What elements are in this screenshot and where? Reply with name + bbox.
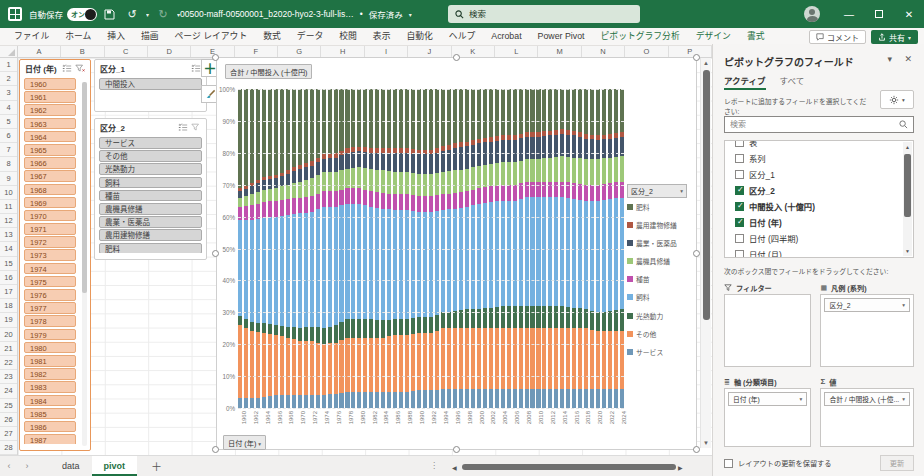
row-header[interactable]: 3 bbox=[0, 86, 17, 100]
slicer-item[interactable]: 飼料 bbox=[99, 177, 202, 189]
slicer-item-year[interactable]: 1960 bbox=[24, 78, 76, 90]
ribbon-contextual-tab[interactable]: ピボットグラフ分析 bbox=[593, 28, 688, 45]
slicer-item-year[interactable]: 1983 bbox=[24, 381, 76, 393]
scroll-up-icon[interactable]: ▲ bbox=[701, 58, 711, 68]
slicer-item-year[interactable]: 1962 bbox=[24, 104, 76, 116]
chart-axis-field-button[interactable]: 日付 (年) ▾ bbox=[223, 435, 266, 450]
column-header[interactable]: B bbox=[61, 46, 104, 57]
field-list-item[interactable]: 表 bbox=[735, 140, 909, 150]
scroll-right-icon[interactable]: ▶ bbox=[678, 464, 688, 471]
slicer-item-year[interactable]: 1972 bbox=[24, 236, 76, 248]
zone-field-chip[interactable]: 日付 (年)▾ bbox=[728, 392, 807, 406]
field-search-input[interactable] bbox=[730, 120, 899, 129]
tab-all[interactable]: すべて bbox=[780, 74, 805, 90]
slicer-item-year[interactable]: 1965 bbox=[24, 144, 76, 156]
row-header[interactable]: 4 bbox=[0, 101, 17, 115]
vertical-scroll-thumb[interactable] bbox=[703, 70, 710, 320]
ribbon-contextual-tab[interactable]: 書式 bbox=[739, 28, 773, 45]
field-checkbox[interactable] bbox=[735, 202, 744, 211]
field-checkbox[interactable] bbox=[735, 154, 744, 163]
sheet-horizontal-scrollbar[interactable]: ⋮ ◀ ▶ bbox=[452, 463, 702, 471]
scroll-up-icon[interactable]: ▲ bbox=[903, 142, 912, 152]
row-header[interactable]: 20 bbox=[0, 328, 17, 342]
field-list-item[interactable]: 日付 (月) bbox=[735, 246, 909, 258]
slicer-item-year[interactable]: 1974 bbox=[24, 263, 76, 275]
column-header[interactable]: O bbox=[625, 46, 668, 57]
slicer-item-year[interactable]: 1985 bbox=[24, 408, 76, 420]
field-checkbox[interactable] bbox=[735, 186, 744, 195]
field-checkbox[interactable] bbox=[735, 250, 744, 259]
ribbon-tab[interactable]: Acrobat bbox=[483, 28, 529, 45]
row-header[interactable]: 2 bbox=[0, 72, 17, 86]
row-header[interactable]: 18 bbox=[0, 299, 17, 313]
slicer-item-year[interactable]: 1976 bbox=[24, 289, 76, 301]
row-header[interactable]: 12 bbox=[0, 214, 17, 228]
update-button[interactable]: 更新 bbox=[880, 455, 914, 471]
slicer-item[interactable]: 農業・医薬品 bbox=[99, 216, 202, 228]
slicer-kubun1[interactable]: 区分_1 中間投入 bbox=[94, 59, 207, 112]
row-header[interactable]: 10 bbox=[0, 186, 17, 200]
row-header[interactable]: 16 bbox=[0, 271, 17, 285]
column-header[interactable]: D bbox=[148, 46, 191, 57]
slicer-item-year[interactable]: 1979 bbox=[24, 329, 76, 341]
minimize-button[interactable]: — bbox=[834, 0, 864, 28]
pane-close-icon[interactable]: ✕ bbox=[904, 54, 912, 64]
legend-item[interactable]: その他 bbox=[627, 329, 695, 339]
row-header[interactable]: 15 bbox=[0, 257, 17, 271]
chart-selection-handle[interactable] bbox=[693, 446, 700, 453]
slicer-item[interactable]: サービス bbox=[99, 137, 202, 149]
slicer-item[interactable]: 肥料 bbox=[99, 243, 202, 254]
field-list-item[interactable]: 日付 (年) bbox=[735, 214, 909, 230]
slicer-item-year[interactable]: 1977 bbox=[24, 302, 76, 314]
sheet-nav-left-icon[interactable]: ‹ bbox=[0, 461, 18, 471]
column-header[interactable]: J bbox=[408, 46, 451, 57]
share-button[interactable]: 共有 ▾ bbox=[871, 30, 918, 44]
row-header[interactable]: 5 bbox=[0, 115, 17, 129]
ribbon-tab[interactable]: 挿入 bbox=[99, 28, 133, 45]
ribbon-tab[interactable]: ホーム bbox=[57, 28, 99, 45]
slicer-item-year[interactable]: 1987 bbox=[24, 434, 76, 444]
autosave-control[interactable]: 自動保存 オン bbox=[29, 8, 97, 21]
field-list-scrollbar[interactable]: ▲ ▼ bbox=[903, 142, 912, 256]
horizontal-scroll-thumb[interactable] bbox=[462, 464, 676, 470]
user-avatar[interactable] bbox=[804, 6, 820, 22]
slicer-item-year[interactable]: 1966 bbox=[24, 157, 76, 169]
field-list-item[interactable]: 中間投入 (十億円) bbox=[735, 198, 909, 214]
column-header[interactable]: I bbox=[365, 46, 408, 57]
pane-options-icon[interactable]: ▾ bbox=[887, 54, 892, 64]
scroll-left-icon[interactable]: ◀ bbox=[452, 464, 462, 471]
field-list-item[interactable]: 日付 (四半期) bbox=[735, 230, 909, 246]
legend-field-button[interactable]: 区分_2 ▾ bbox=[627, 184, 687, 198]
row-header[interactable]: 21 bbox=[0, 342, 17, 356]
field-checkbox[interactable] bbox=[735, 140, 744, 147]
column-header[interactable]: A bbox=[18, 46, 61, 57]
row-header[interactable]: 26 bbox=[0, 413, 17, 427]
legend-item[interactable]: 光熱動力 bbox=[627, 311, 695, 321]
sheet-tab-data[interactable]: data bbox=[50, 456, 92, 476]
ribbon-tab[interactable]: ページ レイアウト bbox=[167, 28, 256, 45]
legend-item[interactable]: 種苗 bbox=[627, 274, 695, 284]
field-list-item[interactable]: 系列 bbox=[735, 150, 909, 166]
autosave-toggle[interactable]: オン bbox=[67, 8, 97, 21]
ribbon-tab[interactable]: 自動化 bbox=[398, 28, 440, 45]
row-header[interactable]: 25 bbox=[0, 399, 17, 413]
scroll-down-icon[interactable]: ▼ bbox=[903, 246, 912, 256]
ribbon-contextual-tab[interactable]: デザイン bbox=[688, 28, 739, 45]
field-search-box[interactable] bbox=[724, 116, 914, 133]
axis-zone[interactable]: ≣ 軸 (分類項目) 日付 (年)▾ bbox=[724, 375, 811, 447]
undo-icon[interactable]: ↺ bbox=[125, 8, 139, 21]
defer-layout-checkbox[interactable] bbox=[724, 459, 733, 468]
column-header[interactable]: G bbox=[278, 46, 321, 57]
ribbon-tab[interactable]: ファイル bbox=[6, 28, 57, 45]
chart-selection-handle[interactable] bbox=[212, 250, 219, 257]
slicer-item-year[interactable]: 1961 bbox=[24, 91, 76, 103]
values-zone[interactable]: Σ 値 合計 / 中間投入 (十億...▾ bbox=[820, 375, 914, 447]
chart-selection-handle[interactable] bbox=[693, 250, 700, 257]
slicer-item-year[interactable]: 1970 bbox=[24, 210, 76, 222]
row-header[interactable]: 24 bbox=[0, 384, 17, 398]
ribbon-tab[interactable]: Power Pivot bbox=[530, 28, 593, 45]
ribbon-tab[interactable]: 描画 bbox=[133, 28, 167, 45]
slicer-item[interactable]: 農用建物修繕 bbox=[99, 229, 202, 241]
chart-selection-handle[interactable] bbox=[212, 54, 219, 61]
zone-field-chip[interactable]: 区分_2▾ bbox=[824, 298, 910, 312]
